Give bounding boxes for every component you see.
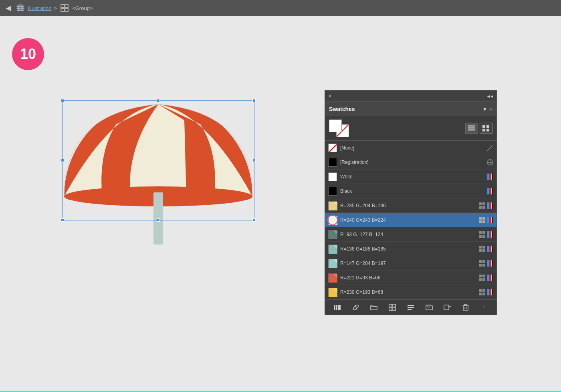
svg-rect-32	[489, 188, 491, 194]
svg-rect-79	[479, 264, 482, 267]
svg-rect-69	[479, 249, 482, 252]
svg-rect-108	[389, 304, 392, 307]
svg-rect-88	[482, 275, 485, 277]
svg-rect-48	[482, 217, 485, 220]
svg-rect-100	[482, 293, 485, 295]
svg-line-23	[487, 145, 493, 151]
swatch-name-93ccc5: R=147 G=204 B=197	[340, 261, 476, 266]
swatch-icons-ebcc88	[479, 202, 493, 209]
svg-rect-30	[492, 174, 493, 180]
svg-rect-54	[492, 217, 493, 223]
panel-menu-button[interactable]: ▼ ≡	[482, 106, 492, 112]
new-swatch-button[interactable]	[442, 302, 453, 313]
panel-titlebar: × ◄◄	[325, 91, 496, 102]
svg-rect-13	[468, 125, 475, 127]
swatch-row-ebcc88[interactable]: R=235 G=204 B=136	[325, 198, 496, 213]
new-color-group-button[interactable]	[387, 302, 398, 313]
svg-rect-50	[482, 220, 485, 223]
swatch-color-black	[328, 187, 337, 196]
list-view-button[interactable]	[465, 123, 478, 134]
svg-rect-29	[491, 174, 492, 180]
spot-grid-icon-dd5d42	[479, 275, 485, 281]
svg-rect-63	[491, 231, 492, 238]
breadcrumb-illustration-link[interactable]: illustration	[28, 5, 52, 11]
grid-view-button[interactable]	[480, 123, 492, 134]
svg-rect-74	[492, 246, 493, 252]
delete-swatch-button[interactable]	[460, 302, 471, 313]
swatch-color-f0f3e0	[328, 216, 337, 224]
swatch-icons-dd5d42	[479, 275, 493, 281]
swatch-color-5d7f7c	[328, 230, 337, 239]
svg-rect-92	[489, 275, 491, 281]
trash-icon	[462, 304, 469, 311]
panel-bottom-toolbar: ⠿	[325, 299, 496, 315]
spot-grid-icon-5d7f7c	[479, 231, 485, 238]
find-icon	[407, 304, 414, 311]
svg-rect-51	[487, 217, 489, 223]
save-swatches-button[interactable]	[424, 302, 435, 313]
svg-rect-105	[334, 305, 335, 310]
svg-rect-91	[487, 275, 489, 281]
panel-close-button[interactable]: ×	[328, 93, 331, 99]
svg-rect-77	[479, 260, 482, 263]
svg-rect-78	[482, 260, 485, 263]
svg-rect-53	[491, 217, 492, 223]
swatch-row-black[interactable]: Black	[325, 184, 496, 198]
spot-grid-icon-ebcc88	[479, 202, 485, 209]
swatch-icons-none	[487, 145, 493, 151]
svg-rect-97	[479, 289, 482, 292]
open-swatch-library-button[interactable]	[368, 302, 379, 313]
panel-resize-grip[interactable]: ⠿	[478, 302, 490, 313]
swatch-row-8abcb9[interactable]: R=138 G=188 B=185	[325, 242, 496, 256]
swatch-name-black: Black	[340, 188, 484, 194]
swatch-row-93ccc5[interactable]: R=147 G=204 B=197	[325, 256, 496, 271]
swatch-name-f0f3e0: R=240 G=243 B=224	[340, 217, 476, 223]
svg-rect-90	[482, 278, 485, 281]
back-button[interactable]: ◀	[4, 4, 13, 12]
svg-rect-37	[479, 202, 482, 205]
none-icon-right	[487, 145, 493, 151]
panel-collapse-button[interactable]: ◄◄	[486, 94, 493, 99]
color-chips	[329, 119, 349, 137]
color-chips-area	[325, 116, 496, 141]
swatch-color-efc144	[328, 288, 337, 297]
svg-rect-19	[486, 129, 489, 131]
swatches-panel: × ◄◄ Swatches ▼ ≡	[325, 90, 497, 315]
swatch-icons-8abcb9	[479, 246, 493, 252]
swatch-color-registration	[328, 158, 337, 167]
svg-rect-106	[336, 305, 337, 310]
cmyk-icon-8abcb9	[487, 246, 493, 252]
svg-rect-49	[479, 220, 482, 223]
swatch-name-white: White	[340, 174, 484, 180]
svg-rect-62	[489, 231, 491, 238]
swatch-row-dd5d42[interactable]: R=221 G=93 B=66	[325, 271, 496, 285]
svg-rect-42	[489, 202, 491, 209]
svg-rect-39	[479, 206, 482, 209]
swatch-color-93ccc5	[328, 259, 337, 268]
svg-rect-68	[482, 246, 485, 249]
svg-rect-98	[482, 289, 485, 292]
swatch-row-5d7f7c[interactable]: R=93 G=127 B=124	[325, 227, 496, 242]
show-find-field-button[interactable]	[405, 302, 416, 313]
library-button[interactable]	[332, 302, 343, 313]
panel-title: Swatches	[329, 106, 355, 112]
swatch-icons-93ccc5	[479, 260, 493, 267]
svg-rect-84	[492, 260, 493, 267]
canvas-area: 10	[0, 16, 561, 392]
reg-icon	[487, 159, 493, 166]
cmyk-icon-f0f3e0	[487, 217, 493, 223]
swatch-icons-registration	[487, 159, 493, 166]
svg-rect-43	[491, 202, 492, 209]
swatch-row-white[interactable]: White	[325, 170, 496, 184]
swatch-row-registration[interactable]: [Registration]	[325, 155, 496, 170]
svg-rect-103	[491, 289, 492, 295]
foreground-color-chip[interactable]	[329, 119, 342, 132]
swatch-row-f0f3e0[interactable]: R=240 G=243 B=224	[325, 213, 496, 227]
link-button[interactable]	[350, 302, 361, 313]
swatch-name-5d7f7c: R=93 G=127 B=124	[340, 232, 476, 237]
swatch-row-efc144[interactable]: R=239 G=193 B=68	[325, 285, 496, 299]
svg-rect-31	[487, 188, 489, 194]
swatch-row-none[interactable]: [None]	[325, 141, 496, 155]
svg-rect-116	[444, 305, 449, 310]
svg-rect-102	[489, 289, 491, 295]
